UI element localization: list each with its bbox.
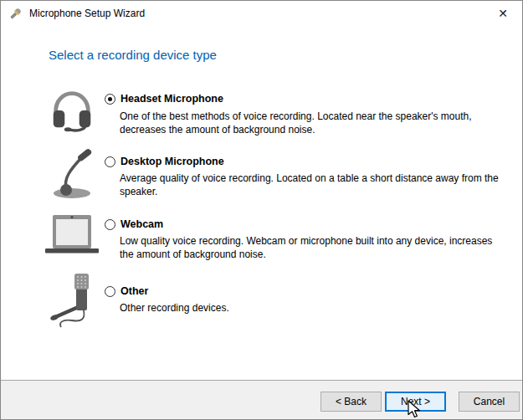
- option-description: Average quality of voice recording. Loca…: [120, 172, 505, 198]
- microphone-icon: [8, 7, 23, 21]
- option-title: Headset Microphone: [120, 93, 223, 105]
- radio-desktop-microphone[interactable]: [105, 156, 115, 167]
- next-button[interactable]: Next >: [385, 392, 446, 412]
- window-title: Microphone Setup Wizard: [29, 8, 145, 19]
- microphone-setup-wizard-window: Microphone Setup Wizard ✕ Select a recor…: [0, 0, 523, 420]
- option-title: Webcam: [120, 218, 163, 230]
- footer-bar: < Back Next > Cancel: [1, 380, 523, 419]
- option-title: Other: [120, 285, 148, 297]
- radio-other[interactable]: [105, 286, 115, 297]
- option-desktop-microphone[interactable]: Desktop Microphone: [105, 155, 224, 168]
- option-description: Low quality voice recording. Webcam or m…: [120, 234, 505, 261]
- desktop-microphone-icon: [45, 145, 99, 202]
- option-description: Other recording devices.: [120, 301, 505, 315]
- page-title: Select a recording device type: [49, 48, 217, 62]
- option-title: Desktop Microphone: [120, 156, 224, 167]
- option-description: One of the best methods of voice recordi…: [120, 110, 505, 136]
- option-other[interactable]: Other: [105, 284, 148, 298]
- close-icon[interactable]: ✕: [484, 1, 522, 26]
- option-webcam[interactable]: Webcam: [105, 218, 163, 231]
- back-button[interactable]: < Back: [320, 392, 382, 412]
- handheld-microphone-icon: [47, 272, 97, 332]
- headset-icon: [46, 84, 98, 136]
- option-headset-microphone[interactable]: Headset Microphone: [105, 92, 223, 105]
- webcam-laptop-icon: [43, 212, 101, 258]
- radio-headset-microphone[interactable]: [105, 94, 115, 105]
- title-bar: Microphone Setup Wizard ✕: [1, 1, 522, 26]
- cancel-button[interactable]: Cancel: [459, 392, 520, 412]
- radio-webcam[interactable]: [105, 219, 115, 230]
